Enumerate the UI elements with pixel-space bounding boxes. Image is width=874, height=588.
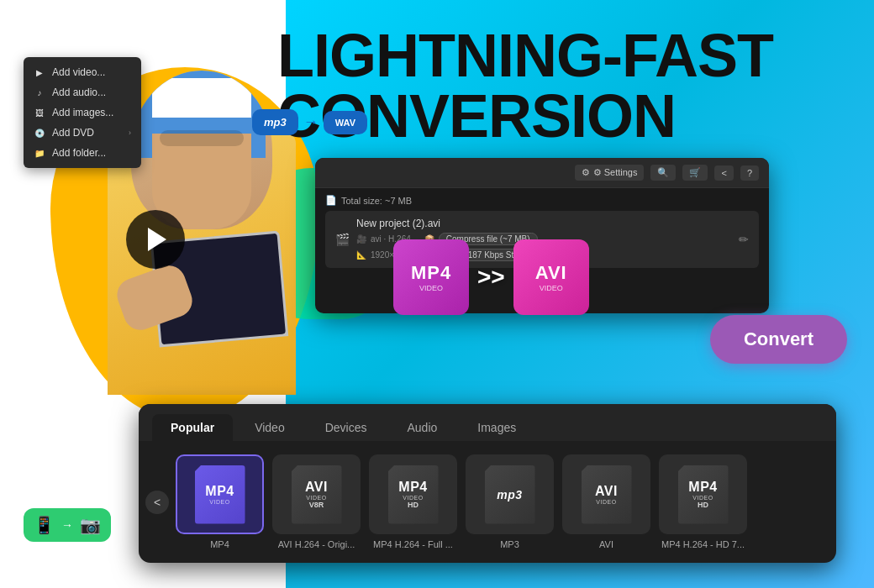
menu-add-dvd[interactable]: 💿 Add DVD › [24, 123, 141, 143]
mp3-label: mp3 [264, 116, 287, 129]
format-items-row: < MP4 VIDEO MP4 AVI VIDEO V8R [139, 441, 836, 563]
format-item-mp4[interactable]: MP4 VIDEO MP4 [176, 454, 264, 549]
phone-icon: 📱 [34, 515, 55, 535]
tab-popular[interactable]: Popular [152, 414, 233, 441]
sd-card-mp4-hd: MP4 VIDEO HD [388, 465, 439, 524]
avi-conv-chip: AVI VIDEO [513, 239, 589, 315]
format-panel: Popular Video Devices Audio Images < MP4… [139, 404, 836, 563]
file-name: New project (2).avi [356, 218, 732, 229]
menu-add-video-label: Add video... [52, 66, 105, 78]
format-badge-arrow: → [303, 113, 319, 131]
help-button[interactable]: ? [740, 165, 759, 181]
sd-card-avi-orig: AVI VIDEO V8R [292, 465, 342, 524]
format-card-mp3[interactable]: mp3 [466, 454, 554, 534]
file-type-icon: 🎬 [335, 233, 350, 246]
format-name-avi: AVI [599, 539, 613, 549]
resolution-icon: 📐 [356, 250, 366, 260]
format-card-mp4[interactable]: MP4 VIDEO [176, 454, 264, 534]
sd-label-avi: AVI [595, 484, 618, 499]
sd-label-mp3: mp3 [497, 488, 522, 501]
menu-add-dvd-label: Add DVD [52, 127, 94, 139]
wav-label: WAV [335, 118, 355, 128]
phone-instagram-badge: 📱 → 📷 [24, 508, 111, 542]
sd-sub-mp4: VIDEO [209, 499, 229, 505]
sd-label-avi-orig: AVI [305, 480, 328, 495]
menu-add-audio[interactable]: ♪ Add audio... [24, 82, 141, 102]
format-name-mp4-hd2: MP4 H.264 - HD 7... [661, 539, 745, 549]
phone-to-arrow: → [61, 518, 73, 532]
audio-icon: ♪ [34, 87, 45, 98]
sd-label-mp4-hd2: MP4 [688, 480, 717, 495]
title-line1: LIGHTNING-FAST [277, 25, 773, 86]
sd-sub-mp4-hd2: VIDEO [692, 495, 713, 501]
dvd-arrow: › [129, 129, 131, 137]
share-icon: < [721, 168, 726, 178]
format-name-mp4-hd: MP4 H.264 - Full ... [373, 539, 453, 549]
folder-icon: 📁 [34, 147, 45, 159]
format-card-avi-orig[interactable]: AVI VIDEO V8R [272, 454, 361, 534]
format-item-avi[interactable]: AVI VIDEO AVI [562, 454, 650, 549]
tab-devices[interactable]: Devices [307, 414, 386, 441]
tab-audio[interactable]: Audio [388, 414, 455, 441]
sd-label-mp4-hd: MP4 [398, 480, 427, 495]
wav-chip: WAV [324, 111, 367, 134]
format-item-avi-orig[interactable]: AVI VIDEO V8R AVI H.264 - Origi... [272, 454, 361, 549]
format-tabs: Popular Video Devices Audio Images [139, 404, 836, 441]
images-icon: 🖼 [34, 107, 45, 118]
cart-button[interactable]: 🛒 [682, 165, 708, 181]
search-button[interactable]: 🔍 [650, 165, 676, 181]
sd-card-mp4: MP4 VIDEO [195, 465, 245, 524]
format-name-mp3: MP3 [500, 539, 519, 549]
add-menu-dropdown: ▶ Add video... ♪ Add audio... 🖼 Add imag… [24, 57, 141, 168]
convert-label: Convert [744, 328, 813, 349]
cart-icon: 🛒 [689, 167, 701, 178]
tab-images[interactable]: Images [459, 414, 534, 441]
format-item-mp4-hd[interactable]: MP4 VIDEO HD MP4 H.264 - Full ... [369, 454, 457, 549]
edit-button[interactable]: ✏ [739, 233, 749, 246]
menu-add-audio-label: Add audio... [52, 87, 106, 98]
sd-sub-avi: VIDEO [596, 499, 616, 505]
sd-badge-mp4-hd2: HD [698, 501, 708, 509]
sd-badge-avi-orig: V8R [309, 501, 324, 509]
dvd-icon: 💿 [34, 127, 45, 139]
format-card-mp4-hd[interactable]: MP4 VIDEO HD [369, 454, 457, 534]
total-size-info: 📄 Total size: ~7 MB [325, 195, 759, 206]
mp4-conv-label: MP4 [411, 262, 451, 284]
format-item-mp3[interactable]: mp3 MP3 [466, 454, 554, 549]
format-name-mp4: MP4 [210, 539, 229, 549]
sd-badge-mp4-hd: HD [408, 501, 419, 509]
sd-card-mp3: mp3 [485, 465, 535, 524]
format-card-avi[interactable]: AVI VIDEO [562, 454, 650, 534]
instagram-icon: 📷 [80, 515, 101, 535]
sd-sub-mp4-hd: VIDEO [403, 495, 423, 501]
nav-prev-button[interactable]: < [145, 491, 169, 514]
sd-sub-avi-orig: VIDEO [306, 495, 326, 501]
share-button[interactable]: < [714, 165, 733, 181]
menu-add-images[interactable]: 🖼 Add images... [24, 102, 141, 123]
conversion-badge: MP4 VIDEO >> AVI VIDEO [393, 239, 589, 315]
help-icon: ? [747, 168, 752, 178]
settings-icon: ⚙ [582, 167, 590, 178]
mp3-chip: mp3 [252, 109, 298, 135]
mp4-conv-sub: VIDEO [419, 284, 443, 292]
codec-icon: 🎥 [356, 234, 366, 244]
menu-add-folder[interactable]: 📁 Add folder... [24, 143, 141, 163]
video-icon: ▶ [34, 66, 45, 78]
format-items-list: MP4 VIDEO MP4 AVI VIDEO V8R AVI H.264 - … [176, 454, 829, 549]
format-card-mp4-hd2[interactable]: MP4 VIDEO HD [659, 454, 747, 534]
play-triangle-icon [148, 228, 166, 251]
conv-arrow: >> [477, 264, 505, 291]
convert-button[interactable]: Convert [710, 315, 847, 364]
tab-video[interactable]: Video [236, 414, 303, 441]
sd-card-mp4-hd2: MP4 VIDEO HD [678, 465, 729, 524]
settings-button[interactable]: ⚙ ⚙ Settings [575, 165, 645, 181]
mp3-wav-badge: mp3 → WAV [252, 109, 367, 135]
menu-add-folder-label: Add folder... [52, 147, 106, 159]
avi-conv-label: AVI [535, 262, 567, 284]
menu-add-video[interactable]: ▶ Add video... [24, 62, 141, 82]
play-button[interactable] [126, 210, 185, 269]
format-item-mp4-hd2[interactable]: MP4 VIDEO HD MP4 H.264 - HD 7... [659, 454, 747, 549]
app-topbar: ⚙ ⚙ Settings 🔍 🛒 < ? [315, 158, 769, 188]
search-icon: 🔍 [657, 167, 669, 178]
settings-label: ⚙ Settings [593, 167, 638, 178]
